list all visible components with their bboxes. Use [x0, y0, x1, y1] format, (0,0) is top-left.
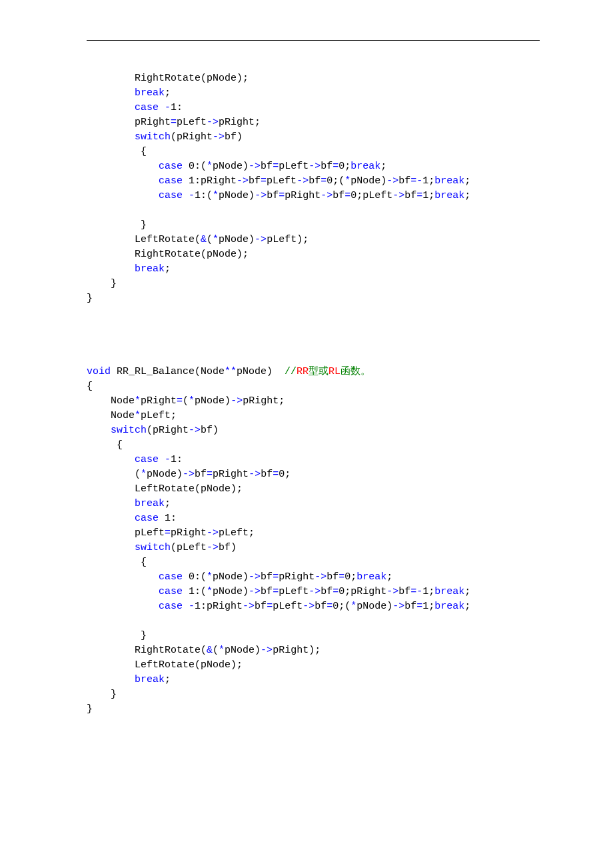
- code-line: }: [87, 687, 540, 702]
- code-token: case: [159, 175, 183, 187]
- code-token: =: [332, 586, 338, 597]
- code-token: {: [87, 381, 93, 392]
- code-token: [159, 454, 165, 465]
- code-token: ->: [207, 542, 219, 553]
- code-token: [183, 190, 189, 201]
- code-token: pNode): [213, 586, 249, 597]
- code-token: pNode): [219, 190, 255, 201]
- code-token: ->: [320, 190, 332, 201]
- code-token: ;: [165, 87, 171, 99]
- code-token: ->: [207, 117, 219, 128]
- code-token: case: [135, 513, 159, 524]
- code-token: 1:(: [195, 190, 213, 201]
- code-token: pNode): [350, 175, 386, 187]
- code-token: break: [356, 571, 386, 583]
- document-page: RightRotate(pNode); break; case -1: pRig…: [0, 0, 613, 868]
- code-line: RightRotate(&(*pNode)->pRight);: [87, 643, 540, 658]
- code-line: LeftRotate(pNode);: [87, 482, 540, 497]
- code-token: ->: [249, 161, 261, 172]
- code-token: case: [159, 571, 183, 583]
- code-token: pRight: [141, 395, 177, 407]
- code-token: pLeft: [279, 586, 308, 597]
- code-token: (: [213, 645, 219, 656]
- code-token: [159, 102, 165, 113]
- code-token: }: [141, 630, 147, 641]
- code-token: ->: [308, 161, 320, 172]
- code-token: 0;pRight: [338, 586, 386, 597]
- code-token: 1;: [422, 190, 434, 201]
- code-token: pNode): [195, 395, 231, 407]
- code-token: =: [320, 175, 326, 187]
- code-token: =: [207, 469, 213, 480]
- code-token: 1;: [422, 175, 434, 187]
- code-token: 函数。: [340, 366, 370, 377]
- code-token: ;: [165, 263, 171, 275]
- code-token: pRight: [171, 527, 207, 539]
- code-token: &: [207, 645, 213, 656]
- code-token: switch: [135, 131, 171, 143]
- code-token: pNode): [356, 601, 392, 612]
- code-token: *: [213, 234, 219, 245]
- code-token: bf: [404, 190, 416, 201]
- code-token: ;: [386, 571, 392, 583]
- code-token: bf: [320, 161, 332, 172]
- code-token: 1:pRight: [195, 601, 243, 612]
- code-token: ->: [183, 469, 195, 480]
- code-token: ->: [249, 586, 261, 597]
- code-token: =-: [410, 586, 422, 597]
- code-token: (: [207, 234, 213, 245]
- code-token: break: [135, 87, 165, 99]
- code-line: }: [87, 291, 540, 306]
- code-token: 0;: [279, 469, 291, 480]
- code-token: *: [207, 586, 213, 597]
- code-line: (*pNode)->bf=pRight->bf=0;: [87, 467, 540, 482]
- code-token: bf: [261, 571, 273, 583]
- code-token: pNode): [225, 645, 261, 656]
- code-token: pNode): [219, 234, 255, 245]
- code-token: LeftRotate(: [135, 234, 201, 245]
- code-token: bf: [255, 601, 267, 612]
- code-token: bf: [249, 175, 261, 187]
- code-token: {: [141, 557, 147, 568]
- code-token: ->: [386, 175, 398, 187]
- horizontal-rule: [87, 40, 540, 41]
- code-token: =: [416, 190, 422, 201]
- code-token: pRight;: [219, 117, 261, 128]
- code-token: bf): [219, 542, 237, 553]
- code-token: (pLeft: [171, 542, 207, 553]
- code-token: [183, 601, 189, 612]
- code-line: LeftRotate(pNode);: [87, 658, 540, 673]
- code-token: bf: [195, 469, 207, 480]
- code-token: bf: [261, 586, 273, 597]
- code-token: ->: [243, 601, 255, 612]
- code-token: ->: [189, 425, 201, 436]
- code-line: case 0:(*pNode)->bf=pRight->bf=0;break;: [87, 570, 540, 585]
- code-token: pLeft);: [267, 234, 308, 245]
- code-token: }: [111, 689, 117, 700]
- code-token: pLeft;: [219, 527, 255, 539]
- code-token: pRight;: [243, 395, 285, 407]
- code-line: switch(pRight->bf): [87, 423, 540, 438]
- code-token: -: [189, 190, 195, 201]
- code-line: }: [87, 277, 540, 291]
- code-token: pRight: [213, 469, 249, 480]
- code-token: ;: [165, 674, 171, 685]
- code-token: RR_RL_Balance(Node: [111, 366, 225, 377]
- code-token: **: [225, 366, 237, 377]
- code-line: {: [87, 379, 540, 394]
- code-line: void RR_RL_Balance(Node**pNode) //RR型或RL…: [87, 365, 540, 379]
- code-line: case -1:(*pNode)->bf=pRight->bf=0;pLeft-…: [87, 189, 540, 203]
- code-token: ->: [255, 234, 267, 245]
- code-line: break;: [87, 497, 540, 511]
- code-token: }: [87, 703, 93, 715]
- code-line: pLeft=pRight->pLeft;: [87, 526, 540, 541]
- code-token: 0;pLeft: [350, 190, 392, 201]
- code-token: *: [189, 395, 195, 407]
- code-token: bf: [314, 601, 326, 612]
- code-token: ->: [314, 571, 326, 583]
- code-token: pLeft: [267, 175, 297, 187]
- code-token: =: [344, 190, 350, 201]
- code-token: LeftRotate(pNode);: [135, 659, 243, 671]
- code-token: bf: [398, 175, 410, 187]
- code-token: break: [434, 175, 464, 187]
